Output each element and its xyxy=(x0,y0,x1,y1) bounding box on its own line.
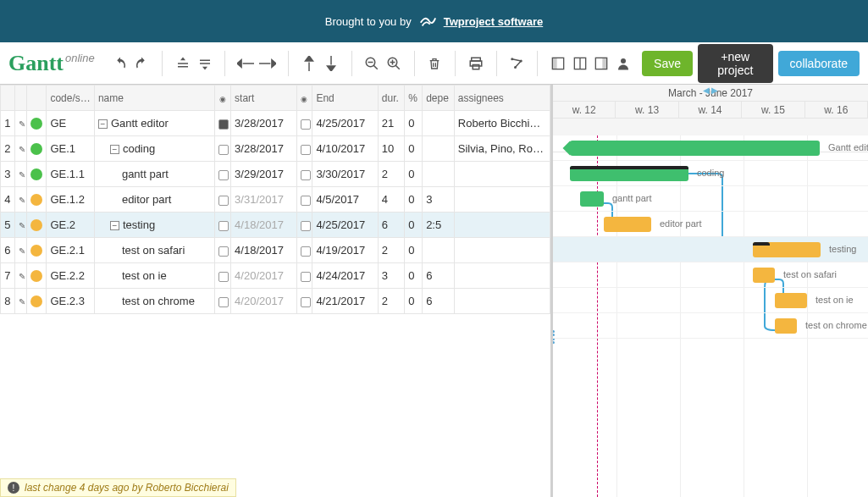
end-milestone-checkbox[interactable] xyxy=(301,196,311,206)
task-code[interactable]: GE.2.3 xyxy=(47,289,95,314)
task-assignees[interactable] xyxy=(454,162,550,187)
end-milestone-checkbox[interactable] xyxy=(301,221,311,231)
task-duration[interactable]: 4 xyxy=(378,187,404,213)
task-progress[interactable]: 0 xyxy=(405,263,423,289)
task-start[interactable]: 3/29/2017 xyxy=(231,162,296,187)
start-milestone-checkbox[interactable] xyxy=(218,297,229,307)
task-code[interactable]: GE.2.1 xyxy=(47,238,95,263)
task-end[interactable]: 4/21/2017 xyxy=(312,289,378,314)
gantt-bar[interactable] xyxy=(775,293,807,308)
task-progress[interactable]: 0 xyxy=(405,238,423,263)
task-row[interactable]: 4✎GE.1.2editor part3/31/20174/5/2017403 xyxy=(1,187,550,213)
task-start[interactable]: 4/18/2017 xyxy=(231,238,296,263)
task-duration[interactable]: 21 xyxy=(378,111,404,136)
move-down-icon[interactable] xyxy=(323,52,340,75)
resources-icon[interactable] xyxy=(615,52,632,75)
task-row[interactable]: 5✎GE.2−testing4/18/20174/25/2017602:5 xyxy=(1,213,550,238)
task-dependencies[interactable]: 3 xyxy=(423,187,455,213)
task-progress[interactable]: 0 xyxy=(405,187,423,213)
task-code[interactable]: GE.2.2 xyxy=(47,263,95,289)
delete-icon[interactable] xyxy=(427,52,444,75)
gantt-bar[interactable] xyxy=(753,242,821,257)
edit-icon[interactable]: ✎ xyxy=(19,218,27,231)
task-start[interactable]: 3/31/2017 xyxy=(231,187,296,213)
task-start[interactable]: 3/28/2017 xyxy=(231,136,296,162)
task-progress[interactable]: 0 xyxy=(405,213,423,238)
col-end[interactable]: End xyxy=(312,86,378,111)
task-row[interactable]: 1✎GE−Gantt editor3/28/20174/25/2017210Ro… xyxy=(1,111,550,136)
end-milestone-checkbox[interactable] xyxy=(301,272,311,282)
task-dependencies[interactable]: 6 xyxy=(423,263,455,289)
collapse-icon[interactable]: − xyxy=(110,145,119,154)
brand-logo[interactable]: Gantt online xyxy=(8,51,95,76)
task-assignees[interactable] xyxy=(454,263,550,289)
edit-icon[interactable]: ✎ xyxy=(19,142,27,155)
task-end[interactable]: 4/10/2017 xyxy=(312,136,378,162)
start-milestone-checkbox[interactable] xyxy=(218,246,229,257)
task-row[interactable]: 3✎GE.1.1gantt part3/29/20173/30/201720 xyxy=(1,162,550,187)
task-progress[interactable]: 0 xyxy=(405,162,423,187)
status-dot[interactable] xyxy=(30,245,42,257)
task-code[interactable]: GE.2 xyxy=(47,213,95,238)
split-right-icon[interactable] xyxy=(594,52,611,75)
task-name[interactable]: −testing xyxy=(94,213,214,238)
task-row[interactable]: 6✎GE.2.1test on safari4/18/20174/19/2017… xyxy=(1,238,550,263)
task-start[interactable]: 4/18/2017 xyxy=(231,213,296,238)
col-dur[interactable]: dur. xyxy=(378,86,404,111)
task-dependencies[interactable]: 6 xyxy=(423,289,455,314)
status-dot[interactable] xyxy=(30,143,42,155)
task-duration[interactable]: 2 xyxy=(378,238,404,263)
split-center-icon[interactable] xyxy=(572,52,589,75)
task-assignees[interactable] xyxy=(454,187,550,213)
task-name[interactable]: gantt part xyxy=(94,162,214,187)
task-end[interactable]: 4/24/2017 xyxy=(312,263,378,289)
col-start[interactable]: start xyxy=(231,86,296,111)
status-dot[interactable] xyxy=(30,194,42,206)
new-project-button[interactable]: +new project xyxy=(698,44,773,83)
print-icon[interactable] xyxy=(467,52,484,75)
redo-icon[interactable] xyxy=(133,52,150,75)
task-code[interactable]: GE.1.1 xyxy=(47,162,95,187)
task-start[interactable]: 3/28/2017 xyxy=(231,111,296,136)
task-row[interactable]: 8✎GE.2.3test on chrome4/20/20174/21/2017… xyxy=(1,289,550,314)
task-name[interactable]: test on chrome xyxy=(94,289,214,314)
col-code[interactable]: code/short xyxy=(47,86,95,111)
gantt-bar[interactable] xyxy=(570,141,820,156)
task-code[interactable]: GE.1.2 xyxy=(47,187,95,213)
gantt-bar[interactable] xyxy=(580,191,604,207)
edit-icon[interactable]: ✎ xyxy=(19,193,27,206)
edit-icon[interactable]: ✎ xyxy=(19,244,27,257)
col-dep[interactable]: depe xyxy=(423,86,455,111)
task-duration[interactable]: 2 xyxy=(378,289,404,314)
task-dependencies[interactable]: 2:5 xyxy=(423,213,455,238)
task-duration[interactable]: 3 xyxy=(378,263,404,289)
task-dependencies[interactable] xyxy=(423,238,455,263)
task-name[interactable]: −coding xyxy=(94,136,214,162)
start-milestone-checkbox[interactable] xyxy=(218,119,229,130)
collapse-icon[interactable]: − xyxy=(110,221,119,230)
edit-icon[interactable]: ✎ xyxy=(19,295,27,307)
task-progress[interactable]: 0 xyxy=(405,289,423,314)
task-dependencies[interactable] xyxy=(423,162,455,187)
task-code[interactable]: GE.1 xyxy=(47,136,95,162)
edit-icon[interactable]: ✎ xyxy=(19,269,27,282)
splitter-arrows-icon[interactable]: ◀ ▶ xyxy=(703,85,719,99)
end-milestone-checkbox[interactable] xyxy=(301,145,311,155)
status-dot[interactable] xyxy=(30,168,42,180)
gantt-bar[interactable] xyxy=(604,217,651,232)
task-start[interactable]: 4/20/2017 xyxy=(231,289,296,314)
task-end[interactable]: 4/19/2017 xyxy=(312,238,378,263)
task-progress[interactable]: 0 xyxy=(405,111,423,136)
edit-icon[interactable]: ✎ xyxy=(19,117,27,130)
gantt-body[interactable]: Gantt editorcodinggantt parteditor partt… xyxy=(553,135,868,497)
start-milestone-checkbox[interactable] xyxy=(218,272,229,282)
task-code[interactable]: GE xyxy=(47,111,95,136)
task-end[interactable]: 4/5/2017 xyxy=(312,187,378,213)
task-assignees[interactable]: Silvia, Pino, Roberto xyxy=(454,136,550,162)
end-milestone-checkbox[interactable] xyxy=(301,297,311,307)
collapse-icon[interactable]: − xyxy=(98,119,108,129)
task-name[interactable]: test on safari xyxy=(94,238,214,263)
end-milestone-checkbox[interactable] xyxy=(301,119,311,130)
start-milestone-checkbox[interactable] xyxy=(218,145,229,155)
zoom-in-icon[interactable] xyxy=(385,52,402,75)
